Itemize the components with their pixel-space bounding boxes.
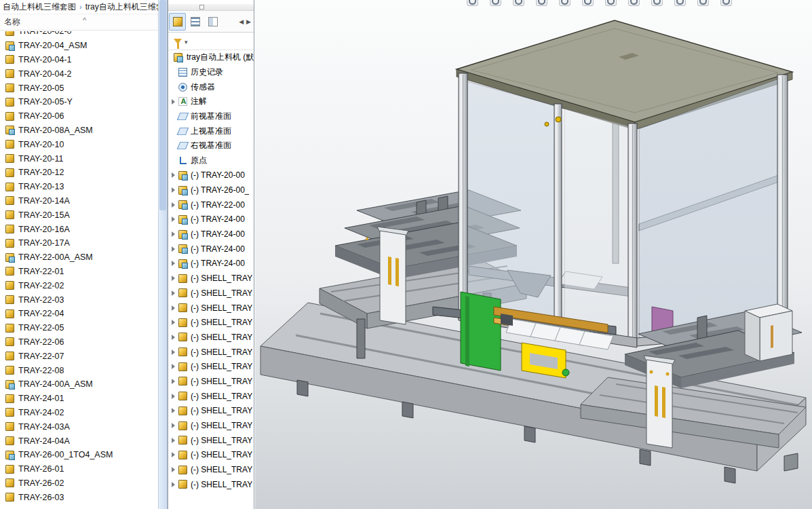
file-list-item[interactable]: TRAY-22-06 (0, 335, 158, 350)
file-list-item[interactable]: TRAY-22-05 (0, 321, 158, 335)
tree-item[interactable]: 注解 (168, 94, 254, 109)
expand-arrow-icon[interactable] (170, 261, 176, 266)
file-list-item[interactable]: TRAY-22-01 (0, 265, 158, 279)
expand-arrow-icon[interactable] (170, 305, 176, 311)
edit-appearance-icon[interactable] (651, 0, 663, 6)
zoom-to-area-icon[interactable] (490, 0, 501, 6)
expand-arrow-icon[interactable] (170, 202, 176, 208)
breadcrumb-folder[interactable]: 自动上料机三维套图 (3, 1, 76, 13)
file-list-item[interactable]: TRAY-20-02-0 (0, 31, 158, 39)
expand-arrow-icon[interactable] (170, 423, 176, 428)
tree-item[interactable]: (-) SHELL_TRAY (168, 418, 254, 433)
file-list-item[interactable]: TRAY-20-08A_ASM (0, 124, 158, 138)
tree-item[interactable]: 上视基准面 (168, 124, 254, 138)
file-list-item[interactable]: TRAY-20-12 (0, 166, 158, 180)
tree-item[interactable]: 传感器 (168, 79, 254, 94)
annotation-view-icon[interactable] (559, 0, 571, 6)
tree-item[interactable]: (-) TRAY-24-00 (168, 212, 254, 227)
file-list-item[interactable]: TRAY-20-04-1 (0, 53, 158, 67)
tree-item[interactable]: (-) TRAY-24-00 (168, 257, 254, 271)
expand-arrow-icon[interactable] (170, 246, 176, 252)
tab-property-manager[interactable] (187, 13, 204, 31)
expand-arrow-icon[interactable] (170, 408, 176, 413)
file-list-item[interactable]: TRAY-26-00_1TO4_ASM (0, 448, 158, 462)
panel-grip[interactable] (168, 4, 254, 11)
expand-arrow-icon[interactable] (170, 482, 176, 487)
file-list-item[interactable]: TRAY-26-03 (0, 490, 158, 504)
previous-view-icon[interactable] (513, 0, 524, 6)
tree-item[interactable]: (-) SHELL_TRAY (168, 462, 254, 477)
glass-panel-left[interactable] (467, 81, 556, 332)
file-list-item[interactable]: TRAY-22-03 (0, 293, 158, 307)
tree-item[interactable]: (-) SHELL_TRAY (168, 345, 254, 360)
expand-arrow-icon[interactable] (170, 231, 176, 237)
tree-item[interactable]: (-) SHELL_TRAY (168, 404, 254, 419)
tab-configuration-manager[interactable] (204, 13, 221, 31)
file-list-item[interactable]: TRAY-22-02 (0, 278, 158, 293)
door-opening[interactable] (564, 109, 629, 339)
file-list-item[interactable]: TRAY-20-04_ASM (0, 39, 158, 53)
file-list-item[interactable]: TRAY-24-01 (0, 392, 158, 406)
expand-arrow-icon[interactable] (170, 438, 176, 443)
tree-item[interactable]: (-) SHELL_TRAY (168, 271, 254, 286)
expand-arrow-icon[interactable] (170, 335, 176, 340)
tree-item[interactable]: (-) SHELL_TRAY (168, 286, 254, 301)
expand-arrow-icon[interactable] (170, 379, 176, 384)
tree-item[interactable]: 历史记录 (168, 65, 254, 80)
expand-arrow-icon[interactable] (170, 276, 176, 281)
tab-feature-tree[interactable] (169, 13, 186, 31)
expand-arrow-icon[interactable] (170, 364, 176, 369)
tree-item[interactable]: (-) SHELL_TRAY (168, 389, 254, 404)
expand-arrow-icon[interactable] (170, 467, 176, 472)
file-list-item[interactable]: TRAY-22-04 (0, 307, 158, 321)
view-settings-icon[interactable] (697, 0, 709, 6)
tree-item[interactable]: 原点 (168, 153, 254, 168)
file-list-item[interactable]: TRAY-20-06 (0, 109, 158, 124)
left-sensor-post[interactable] (377, 227, 408, 324)
tree-item[interactable]: (-) SHELL_TRAY (168, 359, 254, 374)
tree-item[interactable]: (-) TRAY-22-00 (168, 197, 254, 212)
tab-scroll-left-icon[interactable]: ◀ (239, 18, 244, 25)
file-list-item[interactable]: TRAY-20-13 (0, 180, 158, 194)
file-list-item[interactable]: TRAY-26-02 (0, 476, 158, 491)
expand-arrow-icon[interactable] (170, 172, 176, 178)
file-list-item[interactable]: TRAY-22-07 (0, 349, 158, 363)
tree-item[interactable]: (-) SHELL_TRAY (168, 448, 254, 463)
tree-item[interactable]: (-) TRAY-24-00 (168, 242, 254, 257)
display-style-icon[interactable] (605, 0, 617, 6)
expand-arrow-icon[interactable] (170, 290, 176, 296)
expand-arrow-icon[interactable] (170, 394, 176, 399)
tree-item[interactable]: 前视基准面 (168, 109, 254, 124)
tree-root-item[interactable]: tray自动上料机 (默认 (168, 50, 254, 65)
tree-item[interactable]: (-) SHELL_TRAY (168, 301, 254, 316)
scrollbar-thumb[interactable] (159, 0, 166, 210)
right-sensor-post[interactable] (644, 356, 675, 448)
breadcrumb-current[interactable]: tray自动上料机三维套图 (85, 1, 158, 13)
tree-item[interactable]: (-) TRAY-26-00_ (168, 183, 254, 197)
file-panel-scrollbar[interactable] (158, 0, 168, 509)
green-roller[interactable] (562, 369, 569, 376)
tree-item[interactable]: 右视基准面 (168, 138, 254, 153)
expand-arrow-icon[interactable] (170, 320, 176, 325)
tree-item[interactable]: (-) TRAY-20-00 (168, 168, 254, 183)
file-list-item[interactable]: TRAY-22-00A_ASM (0, 250, 158, 265)
file-list-item[interactable]: TRAY-20-17A (0, 236, 158, 250)
file-list-item[interactable]: TRAY-20-10 (0, 137, 158, 151)
file-list-item[interactable]: TRAY-20-11 (0, 151, 158, 166)
file-list-item[interactable]: TRAY-20-05-Y (0, 95, 158, 109)
file-list-item[interactable]: TRAY-20-14A (0, 194, 158, 208)
tree-item[interactable]: (-) SHELL_TRAY (168, 315, 254, 330)
file-list-item[interactable]: TRAY-24-04A (0, 434, 158, 448)
filter-dropdown-icon[interactable]: ▾ (185, 39, 188, 45)
expand-arrow-icon[interactable] (170, 187, 176, 193)
file-list-item[interactable]: TRAY-24-03A (0, 419, 158, 434)
file-list-item[interactable]: TRAY-24-00A_ASM (0, 377, 158, 392)
tab-scroll-right-icon[interactable]: ▶ (246, 18, 251, 25)
zoom-fit-icon[interactable] (467, 0, 478, 6)
hide-show-items-icon[interactable] (628, 0, 640, 6)
tree-item[interactable]: (-) SHELL_TRAY (168, 433, 254, 448)
file-list-item[interactable]: TRAY-26-01 (0, 462, 158, 476)
section-view-icon[interactable] (536, 0, 547, 6)
tree-filter[interactable]: ▾ (168, 33, 254, 50)
panel-collapse-icon[interactable] (199, 5, 204, 10)
